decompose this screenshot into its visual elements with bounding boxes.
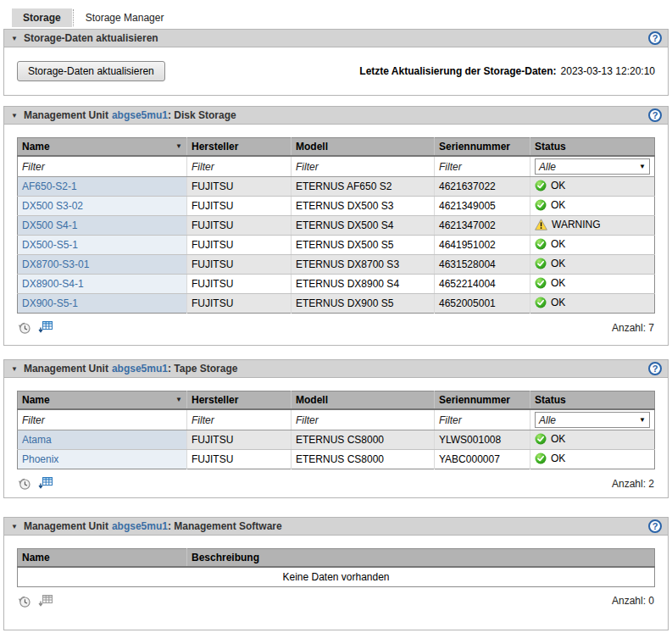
status-cell: OK xyxy=(530,177,655,197)
name-cell: DX8700-S3-01 xyxy=(18,255,187,275)
status-filter-select[interactable]: Alle ▼ xyxy=(535,158,650,175)
storage-name-link[interactable]: AF650-S2-1 xyxy=(22,180,77,192)
column-header-name[interactable]: Name▼ xyxy=(18,138,187,157)
column-header-seriennummer[interactable]: Seriennummer xyxy=(435,138,530,157)
vendor-cell: FUJITSU xyxy=(187,197,292,216)
tab-separator xyxy=(73,9,74,26)
storage-name-link[interactable]: DX500 S3-02 xyxy=(22,200,83,212)
filter-input-name[interactable]: Filter xyxy=(18,409,187,430)
table-row[interactable]: DX500-S5-1FUJITSUETERNUS DX500 S54641951… xyxy=(18,236,655,255)
management-unit-link[interactable]: abgse5mu1 xyxy=(112,520,168,532)
status-cell: OK xyxy=(530,236,655,255)
panel-header-refresh[interactable]: ▼ Storage-Daten aktualisieren ? xyxy=(4,30,668,47)
filter-input-modell[interactable]: Filter xyxy=(292,156,435,177)
table-row[interactable]: PhoenixFUJITSUETERNUS CS8000YABC000007OK xyxy=(18,450,655,469)
storage-name-link[interactable]: DX500 S4-1 xyxy=(22,219,77,231)
last-update-value: 2023-03-13 12:20:10 xyxy=(561,65,655,77)
status-cell: OK xyxy=(530,294,655,314)
model-cell: ETERNUS DX500 S3 xyxy=(292,197,435,216)
status-text: OK xyxy=(551,238,565,250)
tab-storage-manager[interactable]: Storage Manager xyxy=(75,8,175,27)
name-cell: Atama xyxy=(18,430,187,450)
status-filter-select[interactable]: Alle ▼ xyxy=(535,412,650,428)
column-header-hersteller[interactable]: Hersteller xyxy=(187,391,292,410)
ok-icon xyxy=(535,258,547,272)
table-header-row: Name▼ Hersteller Modell Seriennummer Sta… xyxy=(18,138,655,157)
serial-cell: 4621347002 xyxy=(435,216,530,236)
table-row[interactable]: DX900-S5-1FUJITSUETERNUS DX900 S54652005… xyxy=(18,294,655,314)
help-icon[interactable]: ? xyxy=(648,31,662,45)
management-unit-link[interactable]: abgse5mu1 xyxy=(112,363,168,375)
refresh-storage-data-button[interactable]: Storage-Daten aktualisieren xyxy=(17,61,165,81)
storage-name-link[interactable]: DX900-S5-1 xyxy=(22,297,78,309)
title-prefix: Management Unit xyxy=(24,520,108,532)
storage-name-link[interactable]: Phoenix xyxy=(22,453,58,465)
filter-input-seriennummer[interactable]: Filter xyxy=(435,409,530,430)
panel-body: Name▼ Hersteller Modell Seriennummer Sta… xyxy=(4,125,668,345)
vendor-cell: FUJITSU xyxy=(187,177,292,197)
status-text: OK xyxy=(551,277,565,289)
column-header-modell[interactable]: Modell xyxy=(292,391,435,410)
filter-input-modell[interactable]: Filter xyxy=(292,409,435,430)
storage-name-link[interactable]: DX500-S5-1 xyxy=(22,239,78,251)
title-prefix: Management Unit xyxy=(24,363,108,375)
column-header-modell[interactable]: Modell xyxy=(292,138,435,157)
history-icon[interactable] xyxy=(17,594,31,608)
column-header-status[interactable]: Status xyxy=(530,391,655,410)
table-row[interactable]: DX500 S3-02FUJITSUETERNUS DX500 S3462134… xyxy=(18,197,655,216)
table-row[interactable]: DX500 S4-1FUJITSUETERNUS DX500 S44621347… xyxy=(18,216,655,236)
table-row[interactable]: AF650-S2-1FUJITSUETERNUS AF650 S24621637… xyxy=(18,177,655,197)
filter-input-seriennummer[interactable]: Filter xyxy=(435,156,530,177)
sort-descending-icon: ▼ xyxy=(175,396,182,403)
panel-header-tape-storage[interactable]: ▼ Management Unitabgse5mu1: Tape Storage… xyxy=(4,360,668,378)
column-header-seriennummer[interactable]: Seriennummer xyxy=(435,391,530,410)
collapse-triangle-icon[interactable]: ▼ xyxy=(11,523,18,530)
column-header-label: Name xyxy=(22,141,50,153)
vendor-cell: FUJITSU xyxy=(187,236,292,255)
collapse-triangle-icon[interactable]: ▼ xyxy=(11,35,18,42)
panel-title: Management Unitabgse5mu1: Disk Storage xyxy=(24,109,236,121)
collapse-triangle-icon[interactable]: ▼ xyxy=(11,112,18,119)
column-header-beschreibung[interactable]: Beschreibung xyxy=(187,549,655,568)
ok-icon xyxy=(535,433,547,447)
storage-name-link[interactable]: DX8900-S4-1 xyxy=(22,278,84,290)
name-cell: Phoenix xyxy=(18,450,187,469)
help-icon[interactable]: ? xyxy=(648,362,662,375)
model-cell: ETERNUS AF650 S2 xyxy=(292,177,435,197)
help-icon[interactable]: ? xyxy=(648,108,662,122)
column-header-hersteller[interactable]: Hersteller xyxy=(187,138,292,157)
column-header-status[interactable]: Status xyxy=(530,138,655,157)
storage-name-link[interactable]: DX8700-S3-01 xyxy=(22,258,89,270)
last-update: Letzte Aktualisierung der Storage-Daten:… xyxy=(359,65,655,77)
storage-name-link[interactable]: Atama xyxy=(22,434,52,446)
serial-cell: 4652214004 xyxy=(435,275,530,294)
status-text: OK xyxy=(551,297,565,308)
name-cell: DX500-S5-1 xyxy=(18,236,187,255)
filter-input-hersteller[interactable]: Filter xyxy=(187,409,292,430)
collapse-triangle-icon[interactable]: ▼ xyxy=(11,365,18,373)
name-cell: DX8900-S4-1 xyxy=(18,275,187,294)
filter-input-hersteller[interactable]: Filter xyxy=(187,156,292,177)
help-icon[interactable]: ? xyxy=(648,519,662,533)
column-header-name[interactable]: Name xyxy=(18,549,187,568)
panel-header-disk-storage[interactable]: ▼ Management Unitabgse5mu1: Disk Storage… xyxy=(4,107,668,125)
export-table-icon[interactable] xyxy=(38,320,53,335)
column-header-name[interactable]: Name▼ xyxy=(18,391,187,410)
export-table-icon[interactable] xyxy=(38,476,53,491)
history-icon[interactable] xyxy=(17,476,31,491)
tab-storage[interactable]: Storage xyxy=(12,8,72,27)
panel-header-management-software[interactable]: ▼ Management Unitabgse5mu1: Management S… xyxy=(4,518,668,536)
panel-tape-storage: ▼ Management Unitabgse5mu1: Tape Storage… xyxy=(3,359,669,498)
table-row[interactable]: DX8700-S3-01FUJITSUETERNUS DX8700 S34631… xyxy=(18,255,655,275)
history-icon[interactable] xyxy=(17,320,31,335)
ok-icon xyxy=(535,180,547,194)
ok-icon xyxy=(535,199,547,214)
filter-input-name[interactable]: Filter xyxy=(18,156,187,177)
table-row[interactable]: DX8900-S4-1FUJITSUETERNUS DX8900 S446522… xyxy=(18,275,655,294)
status-text: WARNING xyxy=(552,219,601,230)
disk-storage-table: Name▼ Hersteller Modell Seriennummer Sta… xyxy=(17,137,655,314)
table-row[interactable]: AtamaFUJITSUETERNUS CS8000YLWS001008OK xyxy=(18,430,655,450)
management-unit-link[interactable]: abgse5mu1 xyxy=(112,109,168,121)
warning-icon xyxy=(535,219,547,233)
footer-icons xyxy=(17,594,53,608)
